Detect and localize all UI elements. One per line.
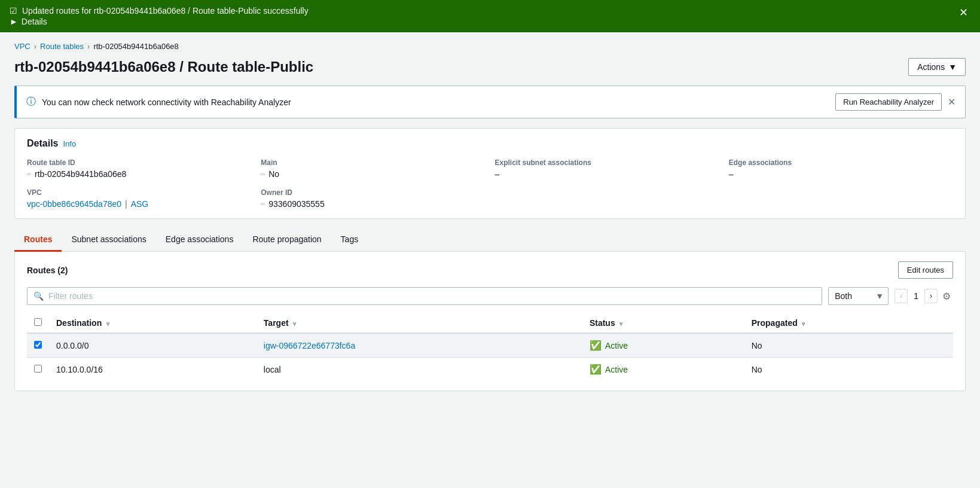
propagated-label: Propagated	[752, 318, 798, 328]
table-settings-button[interactable]: ⚙	[940, 288, 953, 304]
info-banner-actions: Run Reachability Analyzer ✕	[835, 93, 955, 111]
breadcrumb-route-tables[interactable]: Route tables	[40, 42, 84, 51]
filter-routes-input[interactable]	[48, 291, 816, 301]
header-destination: Destination ▿	[49, 313, 257, 333]
success-banner-title: ☑ Updated routes for rtb-02054b9441b6a06…	[10, 6, 309, 16]
breadcrumb-sep-1: ›	[34, 42, 36, 51]
success-banner: ☑ Updated routes for rtb-02054b9441b6a06…	[0, 0, 980, 32]
edit-routes-button[interactable]: Edit routes	[898, 261, 953, 279]
next-page-button[interactable]: ›	[924, 289, 938, 303]
edge-assoc-dash: –	[729, 169, 734, 179]
page-header: rtb-02054b9441b6a06e8 / Route table-Publ…	[14, 58, 966, 76]
vpc-pipe: |	[125, 199, 127, 209]
tab-tags[interactable]: Tags	[331, 228, 368, 252]
row1-status: ✅ Active	[582, 333, 744, 358]
main-value: ⎓ No	[261, 169, 485, 179]
actions-dropdown-icon: ▼	[948, 62, 957, 72]
info-banner: ⓘ You can now check network connectivity…	[14, 86, 966, 118]
destination-sort-icon: ▿	[106, 321, 109, 327]
row2-status-text: Active	[605, 365, 628, 374]
tabs-section: Routes Subnet associations Edge associat…	[14, 228, 966, 391]
filter-dropdown[interactable]: Both Active Blackhole	[828, 287, 889, 305]
success-banner-details[interactable]: ► Details	[10, 17, 309, 26]
success-banner-content: ☑ Updated routes for rtb-02054b9441b6a06…	[10, 6, 309, 26]
edge-assoc-value: –	[729, 169, 953, 179]
table-head: Destination ▿ Target ▿ Status ▿ Propag	[27, 313, 953, 333]
tab-route-propagation[interactable]: Route propagation	[243, 228, 331, 252]
row1-checkbox[interactable]	[34, 341, 42, 349]
page-number: 1	[910, 291, 922, 301]
route-table-id-value: ⎓ rtb-02054b9441b6a06e8	[27, 169, 251, 179]
details-card: Details Info Route table ID ⎓ rtb-02054b…	[14, 128, 966, 219]
tab-subnet-associations[interactable]: Subnet associations	[62, 228, 155, 252]
search-input-wrapper: 🔍	[27, 287, 822, 305]
edge-assoc-item: Edge associations –	[729, 158, 953, 179]
owner-id-item: Owner ID ⎓ 933609035555	[261, 188, 485, 209]
main-item: Main ⎓ No	[261, 158, 485, 179]
row1-status-badge: ✅ Active	[590, 340, 737, 351]
row2-checkbox-cell	[27, 358, 49, 382]
prev-page-button[interactable]: ‹	[894, 289, 908, 303]
filter-bar: 🔍 Both Active Blackhole ▼ ‹ 1 › ⚙	[27, 287, 953, 305]
explicit-subnet-dash: –	[495, 169, 500, 179]
row1-active-icon: ✅	[590, 340, 602, 351]
tab-routes[interactable]: Routes	[14, 228, 62, 252]
table-header-row: Destination ▿ Target ▿ Status ▿ Propag	[27, 313, 953, 333]
breadcrumb-sep-2: ›	[87, 42, 90, 51]
row1-destination-value: 0.0.0.0/0	[56, 341, 89, 350]
vpc-asg-link[interactable]: ASG	[131, 199, 149, 209]
header-status: Status ▿	[582, 313, 744, 333]
breadcrumb-current: rtb-02054b9441b6a06e8	[93, 42, 178, 51]
explicit-subnet-value: –	[495, 169, 719, 179]
row1-propagated-value: No	[752, 341, 762, 350]
copy-icon-main[interactable]: ⎓	[261, 170, 265, 178]
page-title: rtb-02054b9441b6a06e8 / Route table-Publ…	[14, 59, 313, 75]
routes-table: Destination ▿ Target ▿ Status ▿ Propag	[27, 313, 953, 381]
actions-button[interactable]: Actions ▼	[908, 58, 966, 76]
row2-status: ✅ Active	[582, 358, 744, 382]
info-banner-close-button[interactable]: ✕	[948, 96, 955, 108]
routes-section: Routes (2) Edit routes 🔍 Both Active Bla…	[14, 252, 966, 391]
copy-icon-owner[interactable]: ⎓	[261, 200, 265, 208]
target-sort-icon: ▿	[293, 321, 296, 327]
details-grid: Route table ID ⎓ rtb-02054b9441b6a06e8 M…	[27, 158, 953, 209]
routes-title: Routes (2)	[27, 265, 68, 276]
row1-target-link[interactable]: igw-0966722e66773fc6a	[264, 341, 355, 350]
route-table-id-text: rtb-02054b9441b6a06e8	[35, 169, 126, 179]
success-banner-close-button[interactable]: ✕	[957, 6, 970, 19]
row1-target: igw-0966722e66773fc6a	[257, 333, 582, 358]
card-header: Details Info	[27, 138, 953, 149]
info-banner-left: ⓘ You can now check network connectivity…	[26, 96, 291, 108]
row2-target: local	[257, 358, 582, 382]
details-title: Details	[27, 138, 58, 149]
breadcrumb-vpc[interactable]: VPC	[14, 42, 30, 51]
row2-checkbox[interactable]	[34, 365, 42, 373]
copy-icon-route-id[interactable]: ⎓	[27, 170, 31, 178]
header-propagated: Propagated ▿	[744, 313, 953, 333]
status-label: Status	[590, 318, 615, 328]
details-info-link[interactable]: Info	[63, 139, 76, 148]
success-icon: ☑	[10, 6, 17, 16]
row2-status-badge: ✅ Active	[590, 364, 737, 375]
row2-target-value: local	[264, 365, 281, 374]
main-label: Main	[261, 158, 485, 167]
edge-assoc-label: Edge associations	[729, 158, 953, 167]
route-table-id-label: Route table ID	[27, 158, 251, 167]
destination-label: Destination	[56, 318, 102, 328]
info-circle-icon: ⓘ	[26, 96, 36, 108]
breadcrumb: VPC › Route tables › rtb-02054b9441b6a06…	[14, 42, 966, 51]
owner-id-label: Owner ID	[261, 188, 485, 197]
select-all-checkbox[interactable]	[34, 318, 42, 326]
target-label: Target	[264, 318, 289, 328]
tab-edge-associations[interactable]: Edge associations	[156, 228, 243, 252]
details-label: Details	[22, 17, 47, 26]
vpc-link[interactable]: vpc-0bbe86c9645da78e0	[27, 199, 121, 209]
row1-propagated: No	[744, 333, 953, 358]
search-icon: 🔍	[33, 291, 44, 301]
main-value-text: No	[268, 169, 279, 179]
pagination: ‹ 1 › ⚙	[894, 288, 953, 304]
both-dropdown-wrapper: Both Active Blackhole ▼	[828, 287, 889, 305]
table-body: 0.0.0.0/0 igw-0966722e66773fc6a ✅ Active	[27, 333, 953, 381]
explicit-subnet-item: Explicit subnet associations –	[495, 158, 719, 179]
run-reachability-analyzer-button[interactable]: Run Reachability Analyzer	[835, 93, 942, 111]
